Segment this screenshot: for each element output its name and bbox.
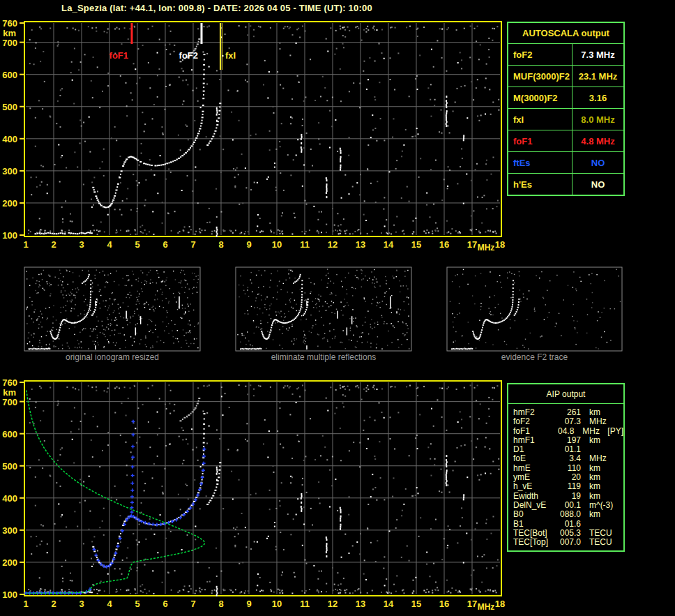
aip-row-label: foE <box>513 454 553 463</box>
aip-row-yme: ymE20km <box>508 473 623 482</box>
x-tick-label: 9 <box>246 599 251 609</box>
aip-row-label: ymE <box>513 473 553 482</box>
aip-row-unit: km <box>589 408 617 417</box>
x-tick-label: 4 <box>107 239 112 250</box>
y-axis-unit-label: km <box>3 28 16 38</box>
y-tick-label: 100 <box>2 589 17 600</box>
x-axis-unit-label: MHz <box>478 243 495 253</box>
y-axis-unit-label: km <box>3 387 16 398</box>
autoscala-row-hes: h'EsNO <box>508 174 623 195</box>
x-tick-label: 13 <box>356 599 365 609</box>
x-tick-label: 7 <box>190 239 195 250</box>
aip-row-extra: [PY] <box>607 427 623 436</box>
y-tick-label: 700 <box>2 397 17 407</box>
aip-row-label: hmE <box>513 464 553 473</box>
autoscala-app-window: 760700600500400300200100km12345678910111… <box>0 0 675 616</box>
x-tick-label: 11 <box>300 239 310 250</box>
aip-row-unit: km <box>589 482 617 491</box>
x-tick-label: 1 <box>23 239 28 250</box>
x-tick-label: 16 <box>439 239 449 250</box>
aip-row-label: Ewidth <box>513 492 553 501</box>
autoscala-row-label: foF2 <box>508 44 572 65</box>
autoscala-output-table: AUTOSCALA output foF27.3 MHzMUF(3000)F22… <box>507 22 625 196</box>
x-tick-label: 11 <box>300 599 310 609</box>
x-tick-label: 5 <box>135 599 139 609</box>
autoscala-row-value: 4.8 MHz <box>572 130 623 151</box>
thumbnail-1 <box>236 267 411 351</box>
aip-row-unit: km <box>589 492 617 501</box>
x-tick-label: 18 <box>495 239 505 250</box>
aip-row-tectop: TEC[Top]007.0TECU <box>508 538 623 547</box>
y-tick-label: 400 <box>2 493 17 504</box>
aip-row-unit: km <box>589 464 617 473</box>
autoscala-row-value: 7.3 MHz <box>572 44 623 65</box>
x-tick-label: 14 <box>384 239 394 250</box>
y-tick-label: 600 <box>2 429 17 440</box>
scaled-frequency-markers: foF1foF2fxI <box>109 23 236 70</box>
autoscala-row-fof2: foF27.3 MHz <box>508 44 623 66</box>
aip-row-delnve: DelN_vE00.1m^(-3) <box>508 501 623 510</box>
autoscala-row-label: MUF(3000)F2 <box>508 66 572 87</box>
aip-row-label: hmF1 <box>513 436 553 445</box>
x-tick-label: 15 <box>411 239 421 250</box>
x-tick-label: 14 <box>384 599 394 609</box>
y-tick-label: 500 <box>2 102 17 112</box>
aip-row-label: TEC[Bot] <box>513 529 553 538</box>
aip-row-value: 04.8 <box>549 427 574 436</box>
marker-label-fof1: foF1 <box>109 50 128 61</box>
aip-row-foe: foE3.4MHz <box>508 454 623 463</box>
aip-row-unit: km <box>589 473 617 482</box>
aip-row-label: TEC[Top] <box>513 538 553 547</box>
autoscala-row-value: NO <box>572 152 623 173</box>
aip-row-unit <box>589 445 617 454</box>
x-tick-label: 10 <box>272 239 282 250</box>
thumbnail-2 <box>447 267 622 351</box>
y-tick-label: 100 <box>2 230 17 241</box>
x-tick-label: 17 <box>467 599 477 609</box>
x-tick-label: 13 <box>356 239 365 250</box>
aip-row-label: foF2 <box>513 417 553 426</box>
aip-row-b1: B101.6 <box>508 520 623 529</box>
aip-output-table: AIP output hmF2261kmfoF207.3MHzfoF104.8M… <box>507 383 625 552</box>
aip-row-value: 07.3 <box>553 417 581 426</box>
autoscala-row-fxi: fxI8.0 MHz <box>508 109 623 130</box>
aip-row-hme: hmE110km <box>508 464 623 473</box>
autoscala-row-value: 23.1 MHz <box>572 66 623 87</box>
aip-row-value: 110 <box>553 464 581 473</box>
autoscala-row-value: NO <box>572 174 623 195</box>
x-tick-label: 6 <box>162 239 167 250</box>
autoscala-row-label: h'Es <box>508 174 572 195</box>
x-axis-unit-label: MHz <box>478 602 495 612</box>
aip-row-value: 20 <box>553 473 581 482</box>
marker-label-fxi: fxI <box>225 50 236 61</box>
x-tick-label: 17 <box>467 239 477 250</box>
vertical-echo-streaks <box>216 455 465 596</box>
aip-row-value: 119 <box>553 482 581 491</box>
aip-row-unit <box>589 520 617 529</box>
page-title: La_Spezia (lat: +44.1, lon: 009.8) - DAT… <box>61 3 372 13</box>
aip-row-value: 3.4 <box>553 454 581 463</box>
x-tick-label: 3 <box>79 599 84 609</box>
aip-row-value: 00.1 <box>553 501 581 510</box>
aip-row-value: 261 <box>553 408 581 417</box>
aip-row-fof1: foF104.8MHz[PY] <box>508 427 623 436</box>
aip-table-header: AIP output <box>508 384 623 404</box>
y-tick-label: 300 <box>2 525 17 536</box>
aip-row-tecbot: TEC[Bot]005.3TECU <box>508 529 623 538</box>
y-tick-label: 600 <box>2 70 17 80</box>
autoscala-table-header: AUTOSCALA output <box>508 23 623 44</box>
aip-row-b0: B0088.0km <box>508 510 623 519</box>
aip-row-ewidth: Ewidth19km <box>508 492 623 501</box>
autoscala-row-value: 8.0 MHz <box>572 109 623 130</box>
autoscala-row-m3000f2: M(3000)F23.16 <box>508 87 623 109</box>
aip-row-label: DelN_vE <box>513 501 553 510</box>
aip-row-value: 19 <box>553 492 581 501</box>
x-tick-label: 12 <box>328 599 338 609</box>
electron-density-profile-curve <box>26 391 205 594</box>
y-tick-label: 400 <box>2 134 17 144</box>
x-tick-label: 8 <box>218 239 223 250</box>
aip-row-label: B0 <box>513 510 553 519</box>
autoscala-row-value: 3.16 <box>572 87 623 108</box>
aip-row-value: 007.0 <box>553 538 581 547</box>
aip-row-label: h_vE <box>513 482 553 491</box>
